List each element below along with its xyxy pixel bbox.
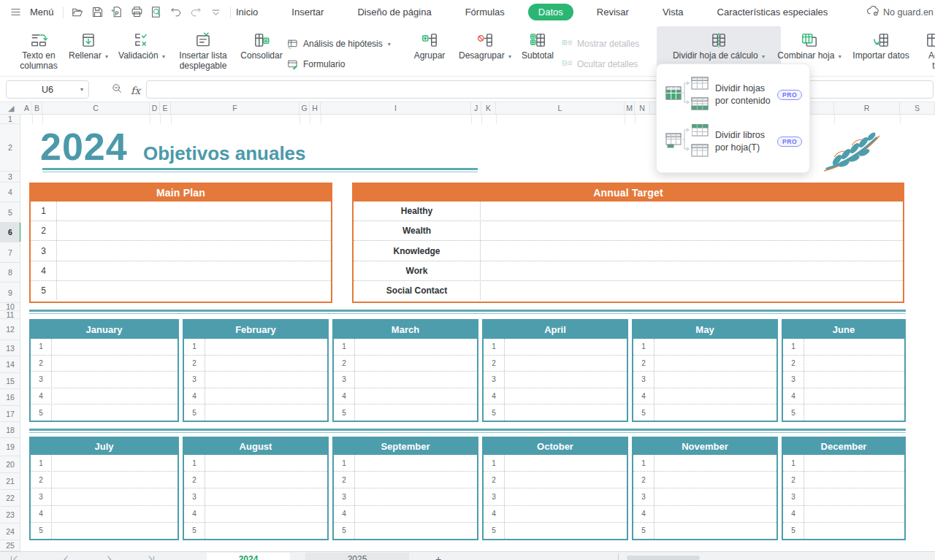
- month-table-july[interactable]: July 12345: [29, 437, 179, 540]
- tab-datos[interactable]: Datos: [528, 4, 573, 20]
- month-row[interactable]: 3: [484, 488, 627, 505]
- open-file-icon[interactable]: [69, 4, 86, 20]
- row-header-13[interactable]: 13: [0, 340, 20, 356]
- month-row[interactable]: 1: [633, 455, 776, 472]
- column-header-D[interactable]: D: [150, 102, 160, 114]
- row-header-4[interactable]: 4: [0, 183, 20, 202]
- formula-input[interactable]: [146, 80, 934, 99]
- column-header-G[interactable]: G: [299, 102, 310, 114]
- month-table-march[interactable]: March 12345: [332, 319, 478, 422]
- row-header-7[interactable]: 7: [0, 242, 20, 263]
- select-all-corner[interactable]: ◢: [8, 103, 14, 114]
- month-row[interactable]: 1: [633, 339, 776, 356]
- month-row[interactable]: 2: [334, 356, 477, 372]
- month-row[interactable]: 4: [783, 506, 904, 523]
- month-row[interactable]: 3: [633, 372, 776, 388]
- column-header-M[interactable]: M: [625, 102, 635, 114]
- tab-vista[interactable]: Vista: [652, 4, 694, 20]
- row-header-12[interactable]: 12: [0, 319, 20, 340]
- month-row[interactable]: 3: [633, 488, 776, 505]
- month-row[interactable]: 2: [783, 356, 904, 372]
- row-headers[interactable]: 1234567891011121314151617181920212223242…: [0, 115, 20, 551]
- ribbon-button-mostrar-detalles[interactable]: Mostrar detalles: [561, 37, 639, 51]
- tab-inicio[interactable]: Inicio: [226, 4, 268, 20]
- month-row[interactable]: 3: [334, 372, 477, 388]
- main-plan-row[interactable]: 1: [31, 202, 331, 221]
- column-header-E[interactable]: E: [160, 102, 171, 114]
- month-row[interactable]: 5: [633, 523, 776, 539]
- ribbon-button-ocultar-detalles[interactable]: Ocultar detalles: [561, 57, 638, 72]
- save-icon[interactable]: [89, 4, 106, 20]
- month-row[interactable]: 5: [633, 404, 776, 421]
- row-header-15[interactable]: 15: [0, 373, 20, 389]
- column-header-B[interactable]: B: [32, 102, 42, 114]
- month-row[interactable]: 2: [184, 472, 327, 488]
- column-header-F[interactable]: F: [171, 102, 299, 114]
- row-header-24[interactable]: 24: [0, 523, 20, 540]
- row-header-19[interactable]: 19: [0, 438, 20, 456]
- month-row[interactable]: 3: [31, 488, 178, 505]
- month-row[interactable]: 4: [783, 388, 904, 405]
- month-row[interactable]: 1: [334, 455, 477, 472]
- column-header-R[interactable]: R: [834, 102, 900, 114]
- name-box[interactable]: U6 ▾: [6, 80, 89, 99]
- row-header-9[interactable]: 9: [0, 283, 20, 303]
- row-header-20[interactable]: 20: [0, 456, 20, 473]
- month-table-september[interactable]: September 12345: [332, 437, 478, 540]
- month-row[interactable]: 2: [484, 356, 627, 372]
- prev-sheet-icon[interactable]: [61, 554, 72, 560]
- month-row[interactable]: 3: [334, 488, 477, 505]
- month-row[interactable]: 1: [783, 455, 904, 472]
- month-row[interactable]: 2: [31, 472, 178, 488]
- main-plan-table[interactable]: Main Plan 12345: [29, 183, 332, 303]
- sheet-tab-2024[interactable]: 2024: [207, 553, 290, 560]
- tab-insertar[interactable]: Insertar: [281, 4, 334, 20]
- horizontal-scrollbar[interactable]: [627, 556, 700, 560]
- month-row[interactable]: 1: [184, 455, 327, 472]
- row-header-5[interactable]: 5: [0, 202, 20, 223]
- column-header-I[interactable]: I: [321, 102, 471, 114]
- month-table-january[interactable]: January 12345: [29, 319, 179, 422]
- month-row[interactable]: 4: [633, 506, 776, 523]
- annual-target-row[interactable]: Work: [354, 261, 903, 281]
- ribbon-button-agrupar[interactable]: Agrupar: [408, 26, 451, 74]
- month-table-august[interactable]: August 12345: [183, 437, 329, 540]
- annual-target-row[interactable]: Social Contact: [354, 281, 903, 300]
- print-preview-icon[interactable]: [148, 4, 165, 20]
- month-row[interactable]: 2: [783, 472, 904, 488]
- row-header-18[interactable]: 18: [0, 422, 20, 438]
- month-row[interactable]: 1: [334, 339, 477, 356]
- ribbon-button-ac[interactable]: Ac t: [908, 26, 935, 74]
- month-row[interactable]: 5: [783, 523, 904, 539]
- first-sheet-icon[interactable]: [9, 554, 19, 560]
- month-row[interactable]: 5: [184, 523, 327, 539]
- menu-item-dividir-libros[interactable]: Dividir libros por hoja(T) PRO: [657, 118, 809, 165]
- month-row[interactable]: 2: [184, 356, 327, 372]
- month-table-december[interactable]: December 12345: [782, 437, 906, 540]
- main-plan-row[interactable]: 2: [31, 221, 331, 241]
- name-box-arrow-icon[interactable]: ▾: [80, 86, 83, 93]
- month-row[interactable]: 3: [184, 488, 327, 505]
- add-sheet-button[interactable]: +: [435, 553, 441, 560]
- annual-target-row[interactable]: Healthy: [354, 202, 903, 221]
- month-row[interactable]: 4: [484, 388, 627, 405]
- month-row[interactable]: 5: [184, 404, 327, 421]
- cloud-sync-status[interactable]: No guard.en la nub: [866, 0, 935, 24]
- row-header-25[interactable]: 25: [0, 540, 20, 551]
- main-plan-row[interactable]: 4: [31, 261, 331, 281]
- ribbon-button-texto-en-columnas[interactable]: Texto en columnas: [16, 26, 61, 74]
- ribbon-button-consolidar[interactable]: Consolidar: [237, 26, 286, 74]
- last-sheet-icon[interactable]: [146, 554, 156, 560]
- month-row[interactable]: 4: [31, 388, 178, 405]
- month-row[interactable]: 2: [633, 472, 776, 488]
- annual-target-row[interactable]: Knowledge: [354, 241, 903, 261]
- magnifier-icon[interactable]: [111, 83, 123, 98]
- month-row[interactable]: 1: [31, 455, 178, 472]
- month-row[interactable]: 5: [31, 404, 178, 421]
- column-header-S[interactable]: S: [900, 102, 935, 114]
- month-row[interactable]: 5: [334, 523, 477, 539]
- fx-icon[interactable]: fx: [131, 85, 140, 96]
- column-header-K[interactable]: K: [481, 102, 496, 114]
- month-row[interactable]: 5: [31, 523, 178, 539]
- month-row[interactable]: 4: [184, 506, 327, 523]
